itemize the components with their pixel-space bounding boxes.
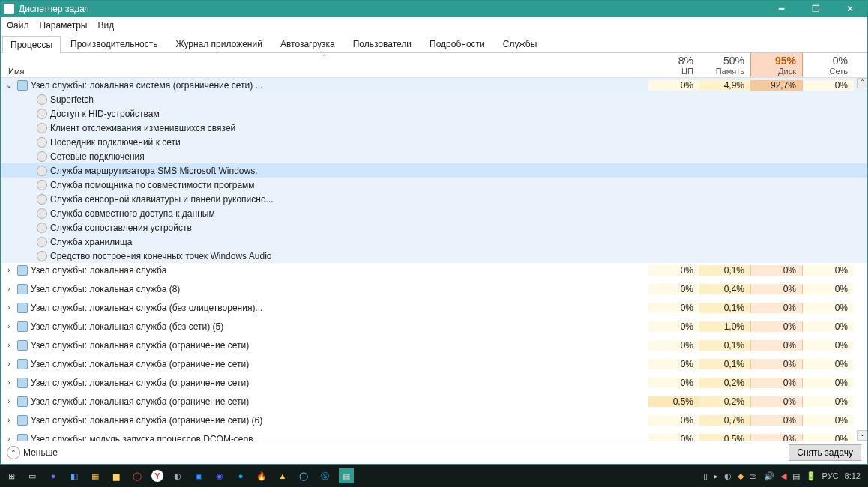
end-task-button[interactable]: Снять задачу [789,444,861,461]
process-row[interactable]: ›Узел службы: локальная служба (ограниче… [1,413,867,427]
tray-wifi-icon[interactable]: ⪾ [750,471,758,480]
chevron-right-icon[interactable]: › [4,266,14,274]
task-manager-window: Диспетчер задач ━ ❐ ✕ Файл Параметры Вид… [0,0,868,465]
tab-users[interactable]: Пользователи [345,35,420,52]
scroll-down-icon[interactable]: ⌄ [857,430,867,441]
process-row[interactable]: Клиент отслеживания изменившихся связей [1,121,867,135]
chevron-right-icon[interactable]: › [4,303,14,312]
process-row[interactable]: Служба сенсорной клавиатуры и панели рук… [1,192,867,206]
tray-icon-2[interactable]: ▸ [714,471,718,481]
process-row[interactable]: Служба маршрутизатора SMS Microsoft Wind… [1,163,867,178]
cell-mem: 0,2% [699,378,750,388]
chevron-right-icon[interactable]: › [4,285,14,293]
process-row[interactable]: ⌄Узел службы: локальная система (огранич… [1,78,867,92]
chevron-right-icon[interactable]: › [4,378,14,387]
process-row[interactable]: Служба помощника по совместимости програ… [1,178,867,192]
steam-icon[interactable]: ◐ [171,469,184,483]
app-icon-9[interactable]: ◯ [297,469,310,483]
process-name: Служба помощника по совместимости програ… [50,180,255,190]
skype-icon[interactable]: Ⓢ [318,469,331,483]
app-icon-8[interactable]: ▲ [276,469,289,483]
opera-icon[interactable]: ◯ [130,469,144,483]
process-row[interactable]: ›Узел службы: локальная служба (ограниче… [1,338,867,352]
process-row[interactable]: ›Узел службы: локальная служба (ограниче… [1,375,867,390]
tray-time[interactable]: 8:12 [845,471,861,480]
process-name: Узел службы: локальная служба (ограничен… [31,340,249,351]
app-icon-3[interactable]: ▦ [88,469,102,483]
process-row[interactable]: Сетевые подключения [1,149,867,163]
app-icon-1[interactable]: ● [46,469,60,483]
col-name[interactable]: ⌃ Имя [1,53,648,77]
tray-icon-4[interactable]: ◀ [780,471,786,481]
explorer-icon[interactable]: ▆ [109,469,123,483]
tab-startup[interactable]: Автозагрузка [272,35,343,52]
host-icon [17,415,28,426]
app-icon-7[interactable]: 🔥 [255,469,268,483]
titlebar[interactable]: Диспетчер задач ━ ❐ ✕ [1,1,867,17]
process-row[interactable]: ›Узел службы: локальная служба (без сети… [1,319,867,333]
app-icon-2[interactable]: ◧ [67,469,81,483]
yandex-icon[interactable]: Y [151,470,163,482]
tab-services[interactable]: Службы [495,35,545,52]
task-view-icon[interactable]: ▭ [25,469,39,483]
process-name: Служба маршрутизатора SMS Microsoft Wind… [50,166,258,176]
chevron-right-icon[interactable]: › [4,322,14,330]
tab-details[interactable]: Подробности [421,35,493,52]
tab-performance[interactable]: Производительность [62,35,166,52]
process-row[interactable]: ›Узел службы: локальная служба (без олиц… [1,300,867,315]
start-icon[interactable]: ⊞ [4,469,18,483]
process-row[interactable]: Посредник подключений к сети [1,135,867,149]
process-row[interactable]: ›Узел службы: локальная служба (ограниче… [1,357,867,371]
process-row[interactable]: ›Узел службы: локальная служба (ограниче… [1,394,867,408]
tray-volume-icon[interactable]: 🔊 [764,471,774,481]
app-icon-6[interactable]: ● [234,469,247,483]
col-memory[interactable]: 50%Память [699,53,750,77]
host-icon [17,284,28,294]
tray-lang[interactable]: РУС [822,471,839,480]
cell-cpu: 0% [648,340,699,351]
task-manager-icon[interactable]: ▦ [339,468,354,483]
taskbar[interactable]: ⊞ ▭ ● ◧ ▦ ▆ ◯ Y ◐ ▣ ◉ ● 🔥 ▲ ◯ Ⓢ ▦ ▯ ▸ ◐ … [0,465,868,487]
process-row[interactable]: Служба совместного доступа к данным [1,206,867,220]
tray-icon-5[interactable]: ▤ [792,471,800,481]
app-icon-4[interactable]: ▣ [192,469,205,483]
chevron-right-icon[interactable]: › [4,397,14,405]
chevron-right-icon[interactable]: › [4,360,14,368]
tray-icon-1[interactable]: ▯ [703,471,708,481]
menu-file[interactable]: Файл [7,20,29,31]
tray-icon-3[interactable]: ◆ [738,471,744,481]
host-icon [17,434,28,441]
process-row[interactable]: Служба хранилища [1,235,867,249]
process-row[interactable]: Служба сопоставления устройств [1,220,867,235]
menu-view[interactable]: Вид [97,20,114,31]
menu-options[interactable]: Параметры [40,20,88,31]
fewer-details-toggle[interactable]: ⌃ Меньше [7,446,58,459]
tray-battery-icon[interactable]: 🔋 [806,471,816,481]
tray-steam-icon[interactable]: ◐ [724,471,732,481]
process-list-scroll[interactable]: ⌄Узел службы: локальная система (огранич… [1,78,867,441]
minimize-button[interactable]: ━ [764,1,798,17]
process-name: Узел службы: модуль запуска процессов DC… [31,434,261,441]
process-name: Служба хранилища [50,237,133,247]
process-row[interactable]: Доступ к HID-устройствам [1,106,867,121]
app-icon-5[interactable]: ◉ [213,469,226,483]
chevron-right-icon[interactable]: › [4,341,14,349]
host-icon [17,396,28,407]
close-button[interactable]: ✕ [833,1,867,17]
scroll-up-icon[interactable]: ⌃ [857,78,867,88]
col-network[interactable]: 0%Сеть [803,53,854,77]
col-disk[interactable]: 95%Диск [750,53,803,77]
process-row[interactable]: Superfetch [1,92,867,106]
chevron-right-icon[interactable]: › [4,416,14,424]
process-row[interactable]: Средство построения конечных точек Windo… [1,249,867,263]
process-row[interactable]: ›Узел службы: локальная служба (8)0%0,4%… [1,282,867,296]
process-row[interactable]: ›Узел службы: локальная служба0%0,1%0%0% [1,263,867,277]
tab-processes[interactable]: Процессы [2,36,61,53]
chevron-down-icon[interactable]: ⌄ [4,81,14,89]
chevron-right-icon[interactable]: › [4,435,14,441]
tab-app-history[interactable]: Журнал приложений [168,35,271,52]
maximize-button[interactable]: ❐ [798,1,833,17]
scrollbar[interactable]: ⌃ ⌄ [857,78,866,441]
process-row[interactable]: ›Узел службы: модуль запуска процессов D… [1,432,867,441]
col-cpu[interactable]: 8%ЦП [648,53,699,77]
